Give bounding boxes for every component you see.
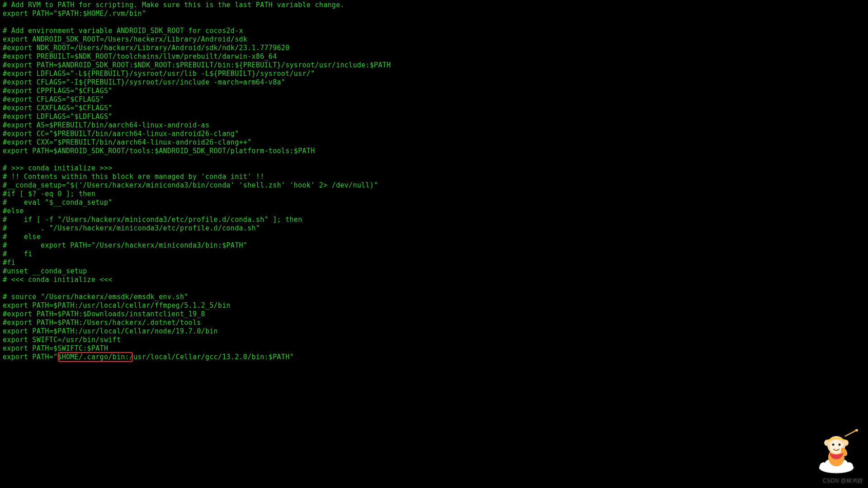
svg-point-12 <box>839 444 841 446</box>
svg-point-0 <box>819 462 854 473</box>
svg-point-10 <box>842 440 849 446</box>
watermark-text: CSDN @林鸿群 <box>823 477 863 485</box>
svg-point-1 <box>820 462 828 470</box>
svg-point-3 <box>825 460 835 469</box>
svg-point-11 <box>832 444 835 446</box>
svg-point-9 <box>824 440 830 446</box>
mascot-icon <box>814 429 859 474</box>
svg-point-6 <box>855 429 858 432</box>
svg-point-2 <box>845 462 853 470</box>
svg-point-8 <box>827 436 845 454</box>
svg-point-7 <box>828 448 844 466</box>
svg-point-13 <box>840 446 849 457</box>
svg-line-5 <box>845 430 857 436</box>
svg-point-4 <box>838 460 848 469</box>
terminal-output: # Add RVM to PATH for scripting. Make su… <box>0 0 868 362</box>
